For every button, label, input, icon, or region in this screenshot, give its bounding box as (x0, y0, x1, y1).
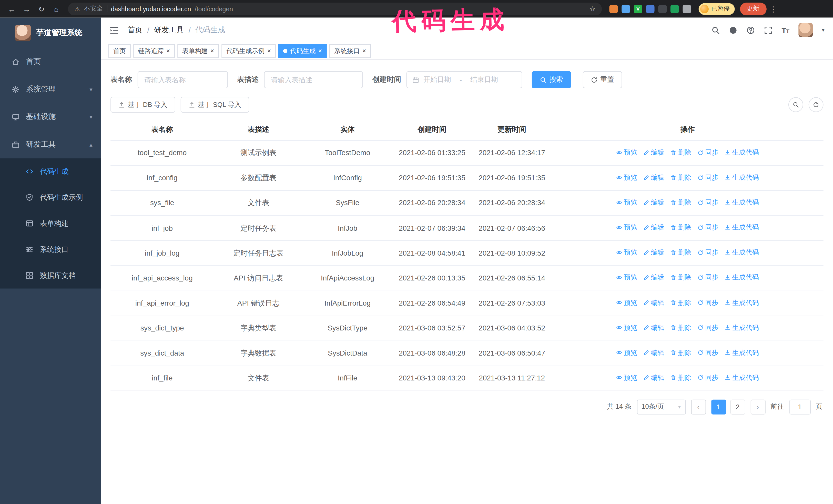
chrome-update-button[interactable]: 更新 (740, 2, 766, 15)
row-action-delete[interactable]: 删除 (670, 197, 691, 208)
tab[interactable]: 代码生成示例 × (221, 44, 276, 58)
sidebar-item[interactable]: 系统接口 (0, 236, 101, 263)
row-action-sync[interactable]: 同步 (698, 247, 718, 258)
search-icon[interactable] (712, 26, 720, 34)
row-action-generate-code[interactable]: 生成代码 (725, 147, 759, 158)
address-bar[interactable]: ⚠ 不安全 dashboard.yudao.iocoder.cn/tool/co… (68, 2, 602, 15)
tab-close-icon[interactable]: × (318, 48, 322, 54)
page-size-select[interactable]: 10条/页▾ (637, 400, 686, 414)
page-button-2[interactable]: 2 (730, 400, 745, 414)
ext-green-check-icon[interactable]: V (634, 5, 642, 13)
goto-page-input[interactable] (789, 400, 810, 414)
user-avatar[interactable] (799, 23, 813, 37)
table-name-input[interactable] (137, 71, 228, 88)
chevron-down-icon[interactable]: ▾ (822, 27, 824, 33)
browser-menu-icon[interactable]: ⋮ (769, 5, 777, 13)
row-action-edit[interactable]: 编辑 (644, 222, 664, 233)
ext-capture-icon[interactable] (658, 5, 667, 13)
tab-close-icon[interactable]: × (362, 48, 366, 54)
row-action-edit[interactable]: 编辑 (644, 247, 664, 258)
refresh-table-button[interactable] (809, 97, 824, 112)
row-action-edit[interactable]: 编辑 (644, 172, 664, 183)
row-action-sync[interactable]: 同步 (698, 347, 718, 358)
row-action-delete[interactable]: 删除 (670, 322, 691, 333)
import-db-button[interactable]: 基于 DB 导入 (111, 97, 175, 113)
tab[interactable]: 链路追踪 × (133, 44, 175, 58)
ext-puzzle-icon[interactable] (683, 5, 691, 13)
ext-orange-icon[interactable] (609, 5, 618, 13)
row-action-edit[interactable]: 编辑 (644, 347, 664, 358)
reload-icon[interactable]: ↻ (35, 2, 48, 15)
row-action-preview[interactable]: 预览 (616, 373, 637, 383)
tab[interactable]: 系统接口 × (329, 44, 371, 58)
bookmark-star-icon[interactable]: ☆ (589, 5, 595, 13)
row-action-preview[interactable]: 预览 (616, 347, 637, 358)
row-action-delete[interactable]: 删除 (670, 297, 691, 308)
tab[interactable]: 首页 (109, 44, 131, 58)
row-action-preview[interactable]: 预览 (616, 222, 637, 233)
row-action-delete[interactable]: 删除 (670, 222, 691, 233)
forward-icon[interactable]: → (20, 2, 33, 15)
row-action-edit[interactable]: 编辑 (644, 197, 664, 208)
tab[interactable]: 表单构建 × (177, 44, 219, 58)
row-action-delete[interactable]: 删除 (670, 373, 691, 383)
sidebar-logo[interactable]: 芋道管理系统 (0, 18, 101, 48)
home-icon[interactable]: ⌂ (50, 2, 63, 15)
row-action-edit[interactable]: 编辑 (644, 373, 664, 383)
toggle-search-button[interactable] (788, 97, 803, 112)
row-action-sync[interactable]: 同步 (698, 147, 718, 158)
sidebar-item[interactable]: 表单构建 (0, 211, 101, 237)
back-icon[interactable]: ← (5, 2, 18, 15)
breadcrumb-home[interactable]: 首页 (127, 25, 142, 34)
row-action-sync[interactable]: 同步 (698, 322, 718, 333)
row-action-edit[interactable]: 编辑 (644, 297, 664, 308)
fullscreen-icon[interactable] (764, 26, 772, 34)
row-action-preview[interactable]: 预览 (616, 247, 637, 258)
search-button[interactable]: 搜索 (532, 71, 571, 88)
ext-blue-drop-icon[interactable] (622, 5, 630, 13)
ext-share-icon[interactable] (646, 5, 654, 13)
prev-page-button[interactable]: ‹ (691, 400, 706, 414)
sidebar-toggle-icon[interactable] (110, 25, 119, 34)
row-action-preview[interactable]: 预览 (616, 297, 637, 308)
row-action-preview[interactable]: 预览 (616, 172, 637, 183)
row-action-preview[interactable]: 预览 (616, 147, 637, 158)
tab-close-icon[interactable]: × (210, 48, 214, 54)
row-action-generate-code[interactable]: 生成代码 (725, 347, 759, 358)
row-action-edit[interactable]: 编辑 (644, 272, 664, 283)
row-action-edit[interactable]: 编辑 (644, 147, 664, 158)
row-action-sync[interactable]: 同步 (698, 222, 718, 233)
import-sql-button[interactable]: 基于 SQL 导入 (181, 97, 249, 113)
profile-paused-badge[interactable]: 已暂停 (699, 3, 735, 15)
row-action-sync[interactable]: 同步 (698, 197, 718, 208)
row-action-sync[interactable]: 同步 (698, 272, 718, 283)
row-action-preview[interactable]: 预览 (616, 197, 637, 208)
row-action-delete[interactable]: 删除 (670, 172, 691, 183)
row-action-preview[interactable]: 预览 (616, 272, 637, 283)
row-action-generate-code[interactable]: 生成代码 (725, 297, 759, 308)
row-action-preview[interactable]: 预览 (616, 322, 637, 333)
row-action-sync[interactable]: 同步 (698, 297, 718, 308)
sidebar-item[interactable]: 代码生成 (0, 159, 101, 185)
ext-leaf-icon[interactable] (670, 5, 679, 13)
row-action-delete[interactable]: 删除 (670, 347, 691, 358)
sidebar-item[interactable]: 代码生成示例 (0, 184, 101, 211)
row-action-sync[interactable]: 同步 (698, 373, 718, 383)
sidebar-item[interactable]: 系统管理 ▾ (0, 75, 101, 103)
row-action-generate-code[interactable]: 生成代码 (725, 197, 759, 208)
row-action-edit[interactable]: 编辑 (644, 322, 664, 333)
reset-button[interactable]: 重置 (583, 71, 622, 88)
sidebar-item[interactable]: 研发工具 ▴ (0, 131, 101, 159)
create-time-range-picker[interactable]: 开始日期 - 结束日期 (406, 71, 522, 88)
next-page-button[interactable]: › (751, 400, 765, 414)
row-action-generate-code[interactable]: 生成代码 (725, 272, 759, 283)
font-size-icon[interactable]: TT (782, 26, 789, 34)
row-action-generate-code[interactable]: 生成代码 (725, 322, 759, 333)
help-icon[interactable] (747, 26, 755, 34)
row-action-delete[interactable]: 删除 (670, 272, 691, 283)
row-action-delete[interactable]: 删除 (670, 147, 691, 158)
sidebar-item[interactable]: 数据库文档 (0, 263, 101, 289)
row-action-delete[interactable]: 删除 (670, 247, 691, 258)
breadcrumb-tools[interactable]: 研发工具 (154, 25, 184, 34)
tab-close-icon[interactable]: × (166, 48, 170, 54)
